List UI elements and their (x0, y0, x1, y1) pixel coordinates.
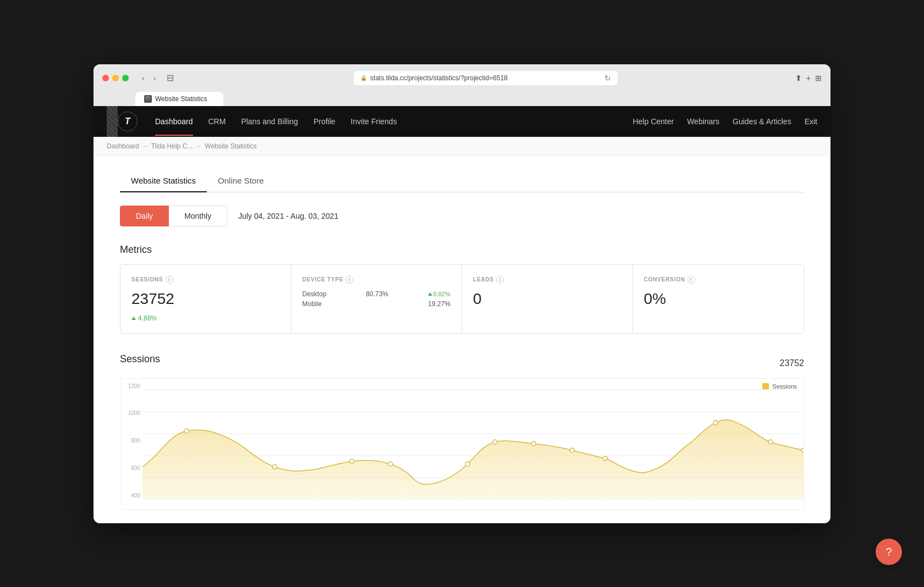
data-point (801, 448, 804, 452)
data-point (350, 459, 354, 463)
browser-tabs: 🛡 Website Statistics (102, 90, 822, 106)
app-content: T Dashboard CRM Plans and Billing Profil… (94, 106, 831, 523)
device-breakdown: Desktop 80.73% 0.82% Mobile 19.27% (302, 290, 451, 308)
address-bar-wrapper: 🔒 stats.tilda.cc/projects/statistics/?pr… (183, 71, 788, 85)
back-button[interactable]: ‹ (140, 73, 147, 84)
conversion-info-icon[interactable]: i (688, 276, 695, 284)
top-nav: T Dashboard CRM Plans and Billing Profil… (94, 106, 831, 137)
sessions-change-icon (131, 317, 136, 320)
data-point (388, 462, 393, 466)
leads-label: LEADS i (473, 276, 622, 284)
device-desktop-label: Desktop (302, 290, 327, 298)
share-button[interactable]: ⬆ (795, 74, 802, 82)
address-bar[interactable]: 🔒 stats.tilda.cc/projects/statistics/?pr… (354, 71, 618, 85)
nav-right: Help Center Webinars Guides & Articles E… (632, 117, 817, 126)
breadcrumb-tilda[interactable]: Tilda Help C... (151, 142, 193, 150)
sessions-chart-total: 23752 (780, 358, 805, 368)
nav-item-crm[interactable]: CRM (208, 107, 226, 136)
sessions-label: SESSIONS i (131, 276, 280, 284)
data-point (713, 420, 718, 425)
sessions-change-value: 4.88% (138, 314, 157, 322)
refresh-icon[interactable]: ↻ (604, 74, 611, 82)
device-desktop-change: 0.82% (428, 291, 450, 297)
traffic-lights (102, 75, 129, 81)
forward-button[interactable]: › (151, 73, 158, 84)
device-mobile-percent: 19.27% (428, 300, 450, 308)
logo[interactable]: T (118, 112, 138, 131)
tab-website-statistics[interactable]: Website Statistics (120, 169, 207, 192)
guides-link[interactable]: Guides & Articles (733, 117, 791, 126)
help-button[interactable]: ? (876, 539, 902, 565)
breadcrumb: Dashboard → Tilda Help C... → Website St… (94, 137, 831, 156)
main-content: Website Statistics Online Store Daily Mo… (94, 156, 831, 523)
data-point (184, 429, 189, 433)
data-point (493, 440, 497, 444)
data-point (531, 441, 536, 446)
sessions-info-icon[interactable]: i (166, 276, 173, 284)
nav-left: T Dashboard CRM Plans and Billing Profil… (118, 107, 397, 136)
sessions-section: Sessions 23752 1200 1000 800 600 400 (120, 353, 804, 510)
help-center-link[interactable]: Help Center (632, 117, 674, 126)
sessions-change: 4.88% (131, 314, 280, 322)
sessions-chart-title: Sessions (120, 353, 160, 365)
tab-label: Website Statistics (155, 95, 207, 103)
new-tab-button[interactable]: + (806, 74, 811, 82)
metrics-grid: SESSIONS i 23752 4.88% DEVICE TYPE i (120, 264, 804, 334)
leads-info-icon[interactable]: i (496, 276, 504, 284)
webinars-link[interactable]: Webinars (687, 117, 719, 126)
chart-area (142, 419, 804, 500)
tab-online-store[interactable]: Online Store (207, 169, 274, 192)
breadcrumb-arrow-2: → (196, 143, 201, 149)
tab-favicon: 🛡 (144, 95, 152, 103)
sidebar-pattern (107, 106, 118, 137)
breadcrumb-current: Website Statistics (205, 142, 256, 150)
daily-button[interactable]: Daily (120, 206, 169, 226)
url-text: stats.tilda.cc/projects/statistics/?proj… (370, 74, 508, 82)
browser-window: ‹ › ⊟ 🔒 stats.tilda.cc/projects/statisti… (94, 64, 831, 523)
sessions-chart-svg (142, 379, 804, 500)
date-controls: Daily Monthly July 04, 2021 - Aug. 03, 2… (120, 206, 804, 226)
y-label-400: 400 (131, 492, 140, 499)
metrics-section-title: Metrics (120, 244, 804, 256)
close-button[interactable] (102, 75, 109, 81)
device-row-mobile: Mobile 19.27% (302, 300, 451, 308)
monthly-button[interactable]: Monthly (169, 206, 227, 226)
exit-link[interactable]: Exit (805, 117, 817, 126)
device-desktop-percent: 80.73% (366, 290, 388, 298)
conversion-value: 0% (644, 290, 793, 308)
y-label-800: 800 (131, 438, 140, 444)
nav-item-billing[interactable]: Plans and Billing (241, 107, 298, 136)
y-axis-labels: 1200 1000 800 600 400 (120, 379, 142, 499)
desktop-change-icon (428, 292, 432, 296)
device-mobile-label: Mobile (302, 300, 322, 308)
browser-actions: ⬆ + ⊞ (795, 74, 822, 82)
nav-item-invite[interactable]: Invite Friends (351, 107, 397, 136)
desktop-change-value: 0.82% (433, 291, 450, 297)
nav-item-dashboard[interactable]: Dashboard (155, 107, 193, 136)
device-info-icon[interactable]: i (345, 276, 353, 284)
data-point (768, 440, 773, 444)
tabs-button[interactable]: ⊞ (815, 74, 822, 82)
nav-items: Dashboard CRM Plans and Billing Profile … (155, 107, 397, 136)
sessions-value: 23752 (131, 290, 280, 308)
browser-chrome: ‹ › ⊟ 🔒 stats.tilda.cc/projects/statisti… (94, 64, 831, 106)
data-point (272, 464, 277, 469)
minimize-button[interactable] (112, 75, 119, 81)
data-point (465, 462, 470, 466)
conversion-card: CONVERSION i 0% (633, 265, 804, 333)
sidebar-toggle-button[interactable]: ⊟ (164, 71, 176, 84)
lock-icon: 🔒 (360, 75, 367, 81)
y-label-600: 600 (131, 465, 140, 471)
device-type-label: DEVICE TYPE i (302, 276, 451, 284)
active-tab[interactable]: 🛡 Website Statistics (135, 92, 223, 106)
nav-item-profile[interactable]: Profile (314, 107, 336, 136)
breadcrumb-dashboard[interactable]: Dashboard (107, 142, 139, 150)
conversion-label: CONVERSION i (644, 276, 793, 284)
data-point (603, 456, 607, 461)
sessions-card: SESSIONS i 23752 4.88% (120, 265, 292, 333)
browser-controls: ‹ › (140, 73, 158, 84)
date-range-label: July 04, 2021 - Aug. 03, 2021 (238, 212, 338, 220)
breadcrumb-arrow-1: → (142, 143, 148, 149)
page-tabs: Website Statistics Online Store (120, 169, 804, 192)
maximize-button[interactable] (122, 75, 129, 81)
